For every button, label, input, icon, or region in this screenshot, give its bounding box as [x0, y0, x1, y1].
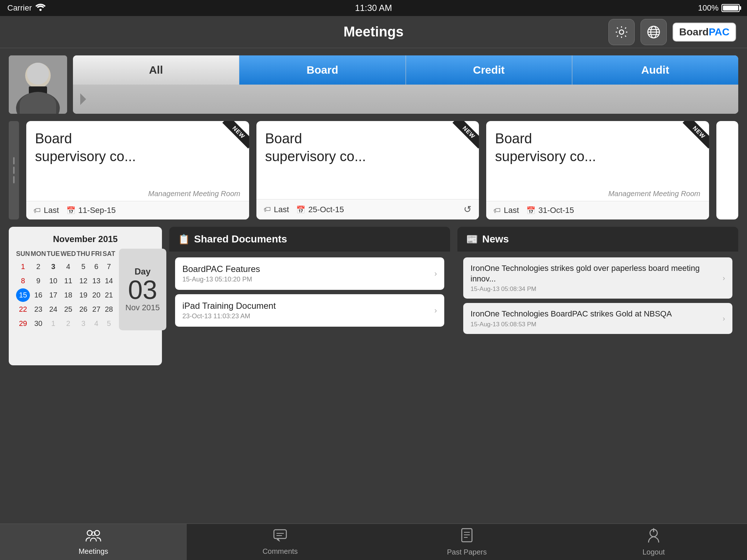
- calendar-header: November 2015: [16, 234, 155, 244]
- doc-item-1[interactable]: BoardPAC Features 15-Aug-13 05:10:20 PM …: [175, 257, 444, 290]
- cal-20[interactable]: 20: [91, 288, 102, 302]
- globe-button[interactable]: [640, 19, 667, 45]
- refresh-icon[interactable]: ↺: [464, 204, 472, 215]
- cal-17[interactable]: 17: [47, 288, 60, 302]
- cal-18[interactable]: 18: [61, 288, 76, 302]
- cal-8[interactable]: 8: [16, 274, 30, 288]
- cal-30[interactable]: 30: [31, 317, 46, 330]
- side-handle[interactable]: [9, 121, 19, 219]
- meetings-section: Boardsupervisory co... Management Meetin…: [9, 121, 738, 219]
- calendar-grid: SUN MON TUE WED THU FRI SAT 1 2 3 4 5 6 …: [16, 249, 115, 330]
- cal-19[interactable]: 19: [77, 288, 90, 302]
- cal-3[interactable]: 3: [47, 260, 60, 273]
- main-content: All Board Credit Audit: [0, 48, 747, 524]
- time-label: 11:30 AM: [355, 3, 392, 13]
- cal-next-5[interactable]: 5: [102, 317, 115, 330]
- cal-5[interactable]: 5: [77, 260, 90, 273]
- cal-4[interactable]: 4: [61, 260, 76, 273]
- meeting-card-3[interactable]: Boardsupervisory co... Management Meetin…: [486, 121, 709, 219]
- news-item-1-title: IronOne Technologies strikes gold over p…: [471, 263, 719, 284]
- news-item-2[interactable]: IronOne Technologies BoardPAC strikes Go…: [463, 303, 732, 334]
- card-title-1: Boardsupervisory co...: [26, 121, 249, 190]
- calendar-month-year: November 2015: [16, 234, 155, 244]
- wifi-icon: [35, 3, 46, 13]
- cal-11[interactable]: 11: [61, 274, 76, 288]
- comments-icon: [273, 529, 287, 545]
- news-body: IronOne Technologies strikes gold over p…: [457, 252, 738, 340]
- cal-15[interactable]: 15: [16, 288, 30, 302]
- status-left: Carrier: [7, 3, 46, 13]
- cal-23[interactable]: 23: [31, 303, 46, 316]
- cal-27[interactable]: 27: [91, 303, 102, 316]
- cal-next-3[interactable]: 3: [77, 317, 90, 330]
- tab-bar-logout-label: Logout: [642, 548, 665, 556]
- shared-docs-widget: 📋 Shared Documents BoardPAC Features 15-…: [169, 227, 450, 365]
- cal-10[interactable]: 10: [47, 274, 60, 288]
- meeting-card-1[interactable]: Boardsupervisory co... Management Meetin…: [26, 121, 249, 219]
- cal-7[interactable]: 7: [102, 260, 115, 273]
- svg-rect-14: [274, 530, 286, 538]
- tab-bar-meetings[interactable]: Meetings: [0, 524, 187, 560]
- tabs-area: All Board Credit Audit: [73, 55, 738, 114]
- cal-6[interactable]: 6: [91, 260, 102, 273]
- tab-board[interactable]: Board: [239, 55, 406, 85]
- doc-item-2[interactable]: iPad Training Document 23-Oct-13 11:03:2…: [175, 294, 444, 327]
- cal-1[interactable]: 1: [16, 260, 30, 273]
- day-panel: Day 03 Nov 2015: [119, 249, 166, 330]
- settings-button[interactable]: [608, 19, 635, 45]
- calendar-body: SUN MON TUE WED THU FRI SAT 1 2 3 4 5 6 …: [16, 249, 155, 330]
- carrier-label: Carrier: [7, 3, 32, 13]
- cal-24[interactable]: 24: [47, 303, 60, 316]
- new-badge-3: [680, 121, 709, 150]
- cal-26[interactable]: 26: [77, 303, 90, 316]
- tab-bar-comments[interactable]: Comments: [187, 524, 374, 560]
- meeting-card-2[interactable]: Boardsupervisory co... 🏷 Last 📅 25-Oct-1…: [256, 121, 479, 219]
- cal-header-sat: SAT: [102, 249, 115, 259]
- cal-25[interactable]: 25: [61, 303, 76, 316]
- svg-rect-10: [29, 86, 47, 94]
- cal-next-4[interactable]: 4: [91, 317, 102, 330]
- news-item-2-title: IronOne Technologies BoardPAC strikes Go…: [471, 309, 672, 319]
- tabs-row: All Board Credit Audit: [73, 55, 738, 85]
- card-title-2: Boardsupervisory co...: [256, 121, 479, 196]
- news-header: 📰 News: [457, 227, 738, 252]
- news-chevron-1: ›: [723, 274, 725, 282]
- cal-header-tue: TUE: [47, 249, 60, 259]
- cal-next-1[interactable]: 1: [47, 317, 60, 330]
- news-widget: 📰 News IronOne Technologies strikes gold…: [457, 227, 738, 365]
- cal-28[interactable]: 28: [102, 303, 115, 316]
- tab-bar-logout[interactable]: Logout: [560, 524, 747, 560]
- battery-icon: [721, 4, 740, 12]
- new-badge-1: [220, 121, 249, 150]
- tab-bar-pastpapers[interactable]: Past Papers: [374, 524, 560, 560]
- tab-credit[interactable]: Credit: [406, 55, 572, 85]
- svg-point-0: [39, 9, 42, 11]
- bottom-section: November 2015 SUN MON TUE WED THU FRI SA…: [9, 227, 738, 365]
- card-footer-2: 🏷 Last 📅 25-Oct-15 ↺: [256, 199, 479, 219]
- cal-29[interactable]: 29: [16, 317, 30, 330]
- tab-all[interactable]: All: [73, 55, 239, 85]
- cal-2[interactable]: 2: [31, 260, 46, 273]
- doc-item-1-info: BoardPAC Features 15-Aug-13 05:10:20 PM: [182, 264, 260, 283]
- cal-13[interactable]: 13: [91, 274, 102, 288]
- doc-item-1-name: BoardPAC Features: [182, 264, 260, 274]
- cal-21[interactable]: 21: [102, 288, 115, 302]
- shared-docs-body: BoardPAC Features 15-Aug-13 05:10:20 PM …: [169, 252, 450, 332]
- news-icon: 📰: [466, 234, 478, 245]
- doc-item-1-date: 15-Aug-13 05:10:20 PM: [182, 276, 260, 283]
- card-last-2: 🏷 Last: [264, 205, 289, 214]
- doc-item-2-date: 23-Oct-13 11:03:23 AM: [182, 312, 276, 320]
- cal-12[interactable]: 12: [77, 274, 90, 288]
- status-bar: Carrier 11:30 AM 100%: [0, 0, 747, 16]
- tabs-sub-bar: [73, 85, 738, 114]
- cal-16[interactable]: 16: [31, 288, 46, 302]
- cal-9[interactable]: 9: [31, 274, 46, 288]
- news-item-1[interactable]: IronOne Technologies strikes gold over p…: [463, 257, 732, 299]
- card-date-2: 📅 25-Oct-15: [296, 205, 344, 214]
- cal-next-2[interactable]: 2: [61, 317, 76, 330]
- cal-14[interactable]: 14: [102, 274, 115, 288]
- card-room-2: [256, 196, 479, 199]
- tab-audit[interactable]: Audit: [572, 55, 738, 85]
- sub-arrow: [80, 93, 86, 105]
- cal-22[interactable]: 22: [16, 303, 30, 316]
